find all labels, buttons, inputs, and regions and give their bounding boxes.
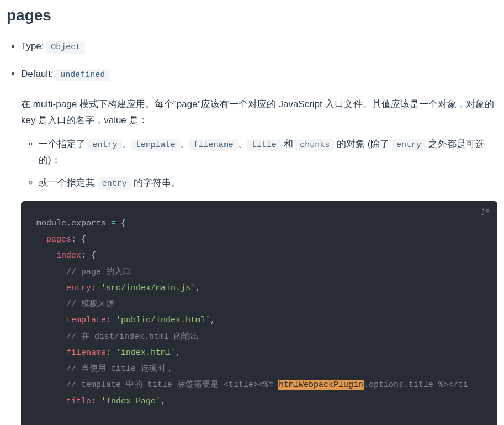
code-chunks: chunks bbox=[295, 139, 334, 151]
code-filename: filename bbox=[189, 139, 238, 151]
token-comment: .options.title %></ti bbox=[364, 380, 468, 390]
token bbox=[36, 316, 66, 325]
token bbox=[106, 219, 111, 228]
type-row: Type: Object bbox=[21, 39, 497, 55]
token bbox=[36, 348, 66, 358]
token-comment: // 在 dist/index.html 的输出 bbox=[36, 332, 199, 342]
token: entry bbox=[66, 284, 91, 293]
code-entry: entry bbox=[88, 139, 122, 151]
default-value: undefined bbox=[56, 69, 109, 81]
token: : bbox=[71, 235, 76, 244]
token: title bbox=[66, 397, 91, 406]
token: = bbox=[111, 219, 116, 228]
token: , bbox=[161, 397, 166, 406]
token: { bbox=[81, 235, 86, 244]
code-title: title bbox=[247, 139, 281, 151]
text-fragment: 和 bbox=[281, 139, 295, 149]
token-highlight: htmlWebpackPlugin bbox=[278, 380, 364, 390]
token: filename bbox=[66, 348, 106, 358]
token: pages bbox=[46, 235, 71, 244]
type-value: Object bbox=[46, 41, 85, 54]
token bbox=[76, 235, 81, 244]
token: exports bbox=[71, 219, 106, 228]
code-language-label: js bbox=[481, 206, 490, 218]
token bbox=[111, 316, 116, 325]
token: : bbox=[106, 348, 111, 358]
token: index bbox=[56, 251, 81, 260]
text-fragment: 的字符串。 bbox=[131, 177, 181, 188]
page-title: pages bbox=[7, 2, 497, 29]
token: : bbox=[91, 397, 96, 406]
token-comment: // page 的入口 bbox=[36, 267, 131, 277]
token bbox=[111, 348, 116, 358]
doc-page: pages Type: Object Default: undefined 在 … bbox=[0, 2, 504, 425]
text-fragment: 的对象 (除了 bbox=[334, 139, 392, 149]
text-fragment: 或一个指定其 bbox=[39, 177, 98, 188]
token: : bbox=[91, 284, 96, 293]
token: , bbox=[195, 284, 200, 293]
token-comment: // 模板来源 bbox=[36, 300, 114, 309]
code-content: module.exports = { pages: { index: { // … bbox=[21, 201, 497, 425]
value-shape-object: 一个指定了 entry、template、filename、title 和 ch… bbox=[39, 137, 497, 169]
text-fragment: 、 bbox=[122, 139, 131, 149]
token-string: 'public/index.html' bbox=[116, 316, 210, 325]
token-comment: // template 中的 title 标签需要是 <title><%= bbox=[36, 380, 278, 390]
default-label: Default: bbox=[21, 69, 54, 79]
token bbox=[96, 284, 101, 293]
token bbox=[36, 235, 46, 244]
token-string: 'index.html' bbox=[116, 348, 176, 358]
token: , bbox=[176, 348, 181, 358]
type-label: Type: bbox=[21, 41, 44, 51]
text-fragment: 、 bbox=[238, 139, 247, 149]
code-template: template bbox=[131, 139, 180, 151]
value-shape-list: 一个指定了 entry、template、filename、title 和 ch… bbox=[21, 137, 497, 191]
token bbox=[36, 251, 56, 260]
value-shape-string: 或一个指定其 entry 的字符串。 bbox=[39, 175, 497, 191]
token-comment: // 当使用 title 选项时， bbox=[36, 364, 174, 374]
token bbox=[36, 284, 66, 293]
code-entry-string: entry bbox=[98, 177, 131, 190]
token-string: 'Index Page' bbox=[101, 397, 161, 406]
code-entry-except: entry bbox=[392, 139, 426, 151]
token: module bbox=[36, 219, 66, 228]
token: . bbox=[66, 219, 71, 228]
token bbox=[116, 219, 121, 228]
metadata-list: Type: Object Default: undefined 在 multi-… bbox=[7, 39, 497, 425]
token: : bbox=[106, 316, 111, 325]
default-row: Default: undefined 在 multi-page 模式下构建应用。… bbox=[21, 66, 497, 425]
token: { bbox=[91, 251, 96, 260]
token: : bbox=[81, 251, 86, 260]
token bbox=[36, 397, 66, 406]
default-line: Default: undefined bbox=[21, 66, 497, 82]
token: , bbox=[210, 316, 215, 325]
token bbox=[96, 397, 101, 406]
intro-paragraph: 在 multi-page 模式下构建应用。每个"page"应该有一个对应的 Ja… bbox=[21, 97, 497, 129]
token-string: 'src/index/main.js' bbox=[101, 284, 195, 293]
token bbox=[86, 251, 91, 260]
token: { bbox=[121, 219, 126, 228]
text-fragment: 、 bbox=[180, 139, 189, 149]
code-block: js module.exports = { pages: { index: { … bbox=[21, 201, 497, 425]
token: template bbox=[66, 316, 106, 325]
text-fragment: 一个指定了 bbox=[39, 139, 88, 149]
